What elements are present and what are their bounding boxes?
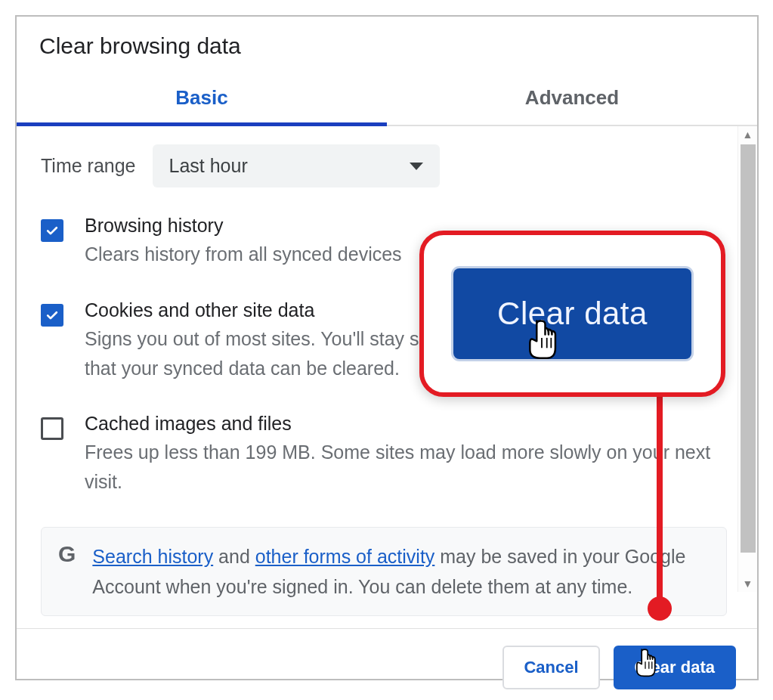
info-text: Search history and other forms of activi…: [92, 541, 710, 602]
checkbox-browsing-history[interactable]: [41, 219, 63, 242]
annotation-callout: Clear data: [419, 231, 725, 397]
scroll-up-icon[interactable]: ▲: [738, 126, 757, 143]
scroll-thumb[interactable]: [741, 144, 756, 553]
annotation-connector: [657, 397, 663, 605]
time-range-select[interactable]: Last hour: [153, 144, 440, 187]
info-text-fragment: and: [213, 546, 255, 567]
tab-advanced[interactable]: Advanced: [387, 73, 757, 125]
link-other-activity[interactable]: other forms of activity: [255, 546, 435, 567]
link-search-history[interactable]: Search history: [92, 546, 213, 567]
scroll-down-icon[interactable]: ▼: [738, 575, 757, 592]
clear-data-button[interactable]: Clear data: [614, 646, 736, 689]
scrollbar-vertical[interactable]: ▲ ▼: [737, 126, 757, 592]
checkbox-cached[interactable]: [41, 417, 63, 440]
checkbox-cookies[interactable]: [41, 304, 63, 327]
tab-basic[interactable]: Basic: [17, 73, 387, 125]
tab-bar: Basic Advanced: [17, 73, 757, 126]
time-range-label: Time range: [41, 155, 136, 177]
time-range-value: Last hour: [169, 155, 248, 177]
option-row-cached: Cached images and files Frees up less th…: [41, 413, 727, 497]
option-description: Frees up less than 199 MB. Some sites ma…: [85, 438, 727, 497]
callout-clear-data-button: Clear data: [453, 268, 691, 359]
google-icon: G: [58, 543, 76, 565]
annotation-endpoint: [648, 596, 672, 621]
dialog-title: Clear browsing data: [17, 17, 757, 73]
option-title: Cached images and files: [85, 413, 727, 435]
dialog-footer: Cancel Clear data: [17, 628, 757, 700]
chevron-down-icon: [410, 163, 423, 170]
time-range-row: Time range Last hour: [41, 144, 727, 187]
google-account-info: G Search history and other forms of acti…: [41, 527, 727, 616]
cancel-button[interactable]: Cancel: [502, 646, 599, 689]
